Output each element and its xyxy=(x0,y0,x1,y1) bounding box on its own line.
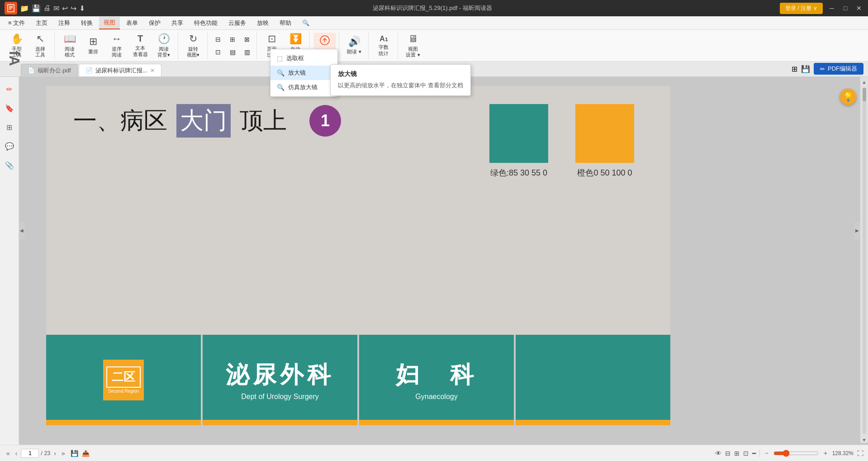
tb-view-settings[interactable]: 🖥 视图设置 ▾ xyxy=(402,33,424,59)
menu-view[interactable]: 视图 xyxy=(99,17,120,29)
dd-magnify[interactable]: 🔍 放大镜 xyxy=(270,66,337,80)
magnify-icon: 🔍 xyxy=(277,69,285,76)
tb-rotate-view[interactable]: ↻ 旋转视图▾ xyxy=(182,33,204,59)
tab-report[interactable]: 📄 泌尿科标识牌汇报... ✕ xyxy=(79,64,161,76)
menu-special[interactable]: 特色功能 xyxy=(190,17,222,29)
sidebar-comment-icon[interactable]: 💬 xyxy=(2,138,17,154)
speaker-icon: 🔊 xyxy=(348,36,360,48)
clock-icon: 🕐 xyxy=(158,33,170,45)
scroll-up-button[interactable]: ▲ xyxy=(861,79,868,85)
tb-rearrange[interactable]: ⊞ 重排 xyxy=(82,33,104,59)
page-number-input[interactable] xyxy=(21,449,39,458)
pdf-editor-icon: ✏ xyxy=(820,66,825,72)
tb-read-aloud[interactable]: 🔊 朗读 ▾ xyxy=(343,33,365,59)
menu-cloud[interactable]: 云服务 xyxy=(224,17,251,29)
minimize-button[interactable]: ─ xyxy=(827,4,836,13)
extract-icon[interactable]: 📤 xyxy=(82,450,90,457)
quick-more-icon[interactable]: ⬇ xyxy=(79,4,85,13)
tb-read-background[interactable]: 🕐 阅读背景▾ xyxy=(152,33,175,59)
select-icon: ↖ xyxy=(36,33,44,45)
menu-form[interactable]: 表单 xyxy=(122,17,142,29)
highlight-text: 大门 xyxy=(176,104,231,138)
menu-help[interactable]: 帮助 xyxy=(275,17,296,29)
teal-swatch xyxy=(489,104,548,163)
badge-erqu-text: 二区 xyxy=(106,366,141,388)
fullscreen-button[interactable]: ⛶ xyxy=(857,450,863,457)
urology-sub: Dept of Urology Surgery xyxy=(241,393,319,401)
tab-report-close[interactable]: ✕ xyxy=(150,67,155,74)
quick-redo-icon[interactable]: ↪ xyxy=(71,4,76,13)
status-eye-icon[interactable]: 👁 xyxy=(715,450,721,457)
zoom-slider[interactable] xyxy=(773,450,819,457)
sidebar-thumbs-icon[interactable]: ⊞ xyxy=(2,119,17,135)
zoom-plus-button[interactable]: ＋ xyxy=(822,449,829,457)
maximize-button[interactable]: □ xyxy=(841,4,850,13)
save-icon[interactable]: 💾 xyxy=(71,450,78,457)
status-view3-icon[interactable]: ⊡ xyxy=(743,450,749,457)
status-bar: « ‹ / 23 › » 💾 📤 👁 ⊟ ⊞ ⊡ ━ － ＋ 128.32% ⛶ xyxy=(0,445,868,461)
window-title: 泌尿科标识识牌汇报_5.29(1).pdf - 福昕阅读器 xyxy=(85,4,780,12)
reverse-icon: ↔ xyxy=(112,33,122,45)
tb-select-tool[interactable]: ↖ 选择工具 xyxy=(29,33,52,59)
page-transition-icon: ⊡ xyxy=(268,33,276,45)
quick-email-icon[interactable]: ✉ xyxy=(53,4,59,13)
quick-open-icon[interactable]: 📁 xyxy=(20,4,29,13)
badge-erqu-sub: Second Region xyxy=(108,389,139,394)
tb-reading-mode[interactable]: 📖 阅读模式 xyxy=(58,33,81,59)
scroll-thumb[interactable] xyxy=(863,88,866,101)
nav-first-button[interactable]: « xyxy=(5,449,12,458)
tb-scroll[interactable]: ⊠ xyxy=(240,33,254,45)
close-button[interactable]: ✕ xyxy=(854,4,863,13)
pdf-editor-button[interactable]: ✏ PDF编辑器 xyxy=(814,63,863,75)
tb-reverse-reading[interactable]: ↔ 逆序阅读 xyxy=(105,33,128,59)
swatch-orange: 橙色0 50 100 0 xyxy=(575,104,634,178)
nav-prev-button[interactable]: ‹ xyxy=(14,449,19,458)
nav-next-button[interactable]: › xyxy=(52,449,58,458)
dd-simul-magnify[interactable]: 🔍 仿真放大镜 xyxy=(270,80,337,95)
right-collapse-button[interactable]: ▶ xyxy=(854,222,860,240)
scroll-icon: ⊠ xyxy=(244,36,250,43)
tab-save-icon[interactable]: 💾 xyxy=(801,65,810,73)
register-button[interactable]: 登录 / 注册 ∨ xyxy=(780,3,823,14)
tab-grid-icon[interactable]: ⊞ xyxy=(792,65,797,73)
title-right: 登录 / 注册 ∨ ─ □ ✕ xyxy=(780,3,863,14)
page-sep: / xyxy=(41,450,42,456)
menu-search-icon[interactable]: 🔍 xyxy=(298,18,314,28)
menu-home[interactable]: 主页 xyxy=(31,17,52,29)
menu-file[interactable]: ≡ 文件 xyxy=(4,17,29,29)
tab-office[interactable]: 📄 福昕办公.pdf xyxy=(21,64,78,76)
status-view2-icon[interactable]: ⊞ xyxy=(734,450,740,457)
nav-last-button[interactable]: » xyxy=(60,449,67,458)
menu-share[interactable]: 共享 xyxy=(167,17,188,29)
tb-single-page[interactable]: ⊟ xyxy=(211,33,225,45)
hint-button[interactable]: 💡 xyxy=(840,89,856,105)
menu-play[interactable]: 放映 xyxy=(252,17,273,29)
toolbar-group-reading: 📖 阅读模式 ⊞ 重排 ↔ 逆序阅读 T 文本查看器 🕐 阅读背景▾ xyxy=(56,32,178,59)
menu-comment[interactable]: 注释 xyxy=(54,17,75,29)
tb-text-viewer[interactable]: T 文本查看器 xyxy=(129,33,152,59)
menu-protect[interactable]: 保护 xyxy=(144,17,165,29)
status-view1-icon[interactable]: ⊟ xyxy=(725,450,730,457)
monitor-icon: 🖥 xyxy=(408,33,418,45)
left-collapse-button[interactable]: ◀ xyxy=(19,222,24,240)
scroll-down-button[interactable]: ▼ xyxy=(861,437,868,443)
sign-urology: 泌尿外科 Dept of Urology Surgery xyxy=(203,335,359,425)
zoom-minus-button[interactable]: － xyxy=(764,449,770,457)
sidebar-bookmark-icon[interactable]: 🔖 xyxy=(2,100,17,116)
dd-select-frame[interactable]: ⬚ 选取框 xyxy=(270,51,337,66)
quick-print-icon[interactable]: 🖨 xyxy=(43,4,51,12)
sidebar-attach-icon[interactable]: 📎 xyxy=(2,157,17,173)
quick-undo-icon[interactable]: ↩ xyxy=(62,4,68,13)
tb-view5[interactable]: ▤ xyxy=(226,46,239,58)
quick-save-icon[interactable]: 💾 xyxy=(32,4,41,13)
select-frame-icon: ⬚ xyxy=(277,55,283,62)
assistant-icon xyxy=(319,35,330,48)
menu-convert[interactable]: 转换 xyxy=(76,17,97,29)
rotate-icon: ↻ xyxy=(189,33,197,45)
tb-word-count[interactable]: A₁ 字数统计 xyxy=(372,33,395,59)
sidebar-edit-icon[interactable]: ✏ xyxy=(2,81,17,97)
status-view4-icon[interactable]: ━ xyxy=(752,450,756,457)
tb-view6[interactable]: ▥ xyxy=(240,46,254,58)
tb-view4[interactable]: ⊡ xyxy=(211,46,225,58)
tb-two-page[interactable]: ⊞ xyxy=(226,33,239,45)
